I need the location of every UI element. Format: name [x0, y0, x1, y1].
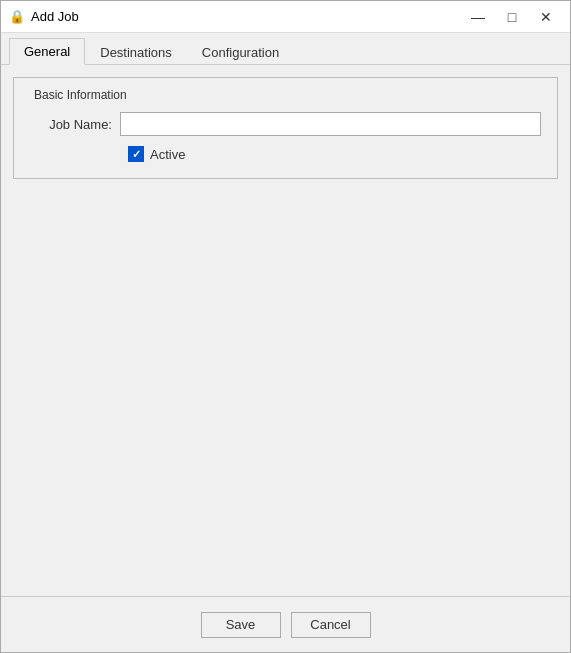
bottom-bar: Save Cancel — [1, 596, 570, 652]
active-checkbox[interactable] — [128, 146, 144, 162]
tab-bar: General Destinations Configuration — [1, 33, 570, 65]
basic-information-group: Basic Information Job Name: Active — [13, 77, 558, 179]
job-name-input[interactable] — [120, 112, 541, 136]
active-checkbox-row: Active — [128, 146, 541, 162]
job-name-row: Job Name: — [30, 112, 541, 136]
window-title: Add Job — [31, 9, 462, 24]
tab-configuration[interactable]: Configuration — [187, 38, 294, 65]
window-icon: 🔒 — [9, 9, 25, 25]
title-bar-controls: — □ ✕ — [462, 3, 562, 31]
active-checkbox-wrapper[interactable]: Active — [128, 146, 185, 162]
job-name-label: Job Name: — [30, 117, 120, 132]
cancel-button[interactable]: Cancel — [291, 612, 371, 638]
main-window: 🔒 Add Job — □ ✕ General Destinations Con… — [0, 0, 571, 653]
section-title: Basic Information — [30, 88, 541, 102]
active-label: Active — [150, 147, 185, 162]
save-button[interactable]: Save — [201, 612, 281, 638]
content-area: Basic Information Job Name: Active — [1, 65, 570, 596]
tab-destinations[interactable]: Destinations — [85, 38, 187, 65]
tab-general[interactable]: General — [9, 38, 85, 65]
title-bar: 🔒 Add Job — □ ✕ — [1, 1, 570, 33]
minimize-button[interactable]: — — [462, 3, 494, 31]
maximize-button[interactable]: □ — [496, 3, 528, 31]
close-button[interactable]: ✕ — [530, 3, 562, 31]
